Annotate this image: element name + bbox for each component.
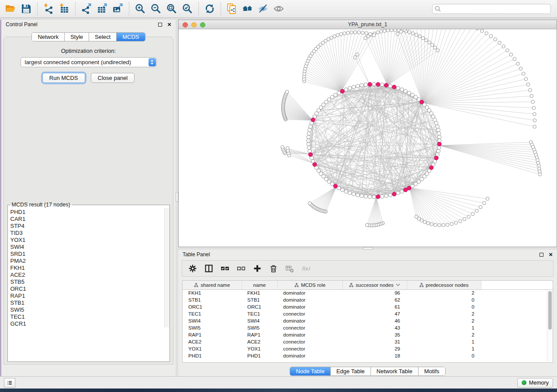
clone-network-button[interactable] xyxy=(224,2,240,16)
run-mcds-button[interactable]: Run MCDS xyxy=(42,73,85,83)
toolbar-separator xyxy=(198,2,199,15)
zoom-selected-button[interactable] xyxy=(180,2,195,16)
import-network-button[interactable] xyxy=(41,2,56,16)
table-row[interactable]: TEC1TEC1connector472 xyxy=(183,310,553,317)
network-view-window: YPA_prune.txt_1 xyxy=(178,20,557,247)
first-neighbors-icon xyxy=(242,3,253,14)
tab-network[interactable]: Network xyxy=(32,33,65,41)
mcds-result-item[interactable]: GCR1 xyxy=(10,320,170,327)
column-header[interactable]: name xyxy=(242,281,277,289)
table-cell: 62 xyxy=(343,296,407,303)
task-history-button[interactable] xyxy=(4,378,15,388)
mcds-result-item[interactable]: PMA2 xyxy=(10,258,170,265)
mcds-result-item[interactable]: PHD1 xyxy=(10,209,170,216)
mcds-result-item[interactable]: ACE2 xyxy=(10,272,170,279)
close-icon[interactable]: × xyxy=(549,252,553,257)
network-window-titlebar: YPA_prune.txt_1 xyxy=(179,20,557,29)
float-icon[interactable] xyxy=(540,253,543,257)
zoom-window-button[interactable] xyxy=(200,22,205,28)
tab-mcds[interactable]: MCDS xyxy=(117,33,145,41)
column-header[interactable]: successor nodes xyxy=(343,281,407,289)
table-cell: FKH1 xyxy=(183,289,242,296)
column-header[interactable]: MCDS role xyxy=(277,281,343,289)
optimization-criterion-select[interactable]: largest connected component (undirected) xyxy=(21,57,157,67)
mcds-result-item[interactable]: TID3 xyxy=(10,230,170,237)
tab-edge-table[interactable]: Edge Table xyxy=(331,367,371,375)
table-row[interactable]: FKH1FKH1dominator962 xyxy=(183,289,553,296)
table-cell: dominator xyxy=(277,352,343,359)
table-cell: ORC1 xyxy=(242,303,277,310)
table-row[interactable]: PHD1PHD1dominator180 xyxy=(183,352,553,359)
tab-node-table[interactable]: Node Table xyxy=(290,367,331,375)
mcds-result-item[interactable]: STP4 xyxy=(10,223,170,230)
table-cell: dominator xyxy=(277,289,343,296)
export-network-button[interactable] xyxy=(79,2,94,16)
import-table-button[interactable] xyxy=(56,2,72,16)
cytoscape-window: Control Panel × NetworkStyleSelectMCDS O… xyxy=(0,0,557,392)
export-image-button[interactable] xyxy=(110,2,126,16)
deselect-all-checkboxes-button[interactable] xyxy=(237,264,246,273)
table-row[interactable]: SWI5SWI5connector431 xyxy=(183,324,553,331)
zoom-in-button[interactable] xyxy=(132,2,148,16)
export-table-button[interactable] xyxy=(94,2,110,16)
table-row[interactable]: ORC1ORC1dominator610 xyxy=(183,303,553,310)
delete-columns-button[interactable] xyxy=(269,264,278,273)
table-row[interactable]: STB1STB1dominator620 xyxy=(183,296,553,303)
desktop-background xyxy=(0,389,557,392)
tab-select[interactable]: Select xyxy=(89,33,117,41)
mcds-result-item[interactable]: STB1 xyxy=(10,299,170,306)
mcds-result-item[interactable]: SWI4 xyxy=(10,244,170,251)
zoom-fit-button[interactable] xyxy=(164,2,180,16)
result-scrollbar[interactable] xyxy=(164,208,170,327)
table-settings-gear-button[interactable] xyxy=(188,264,197,273)
table-scrollbar[interactable] xyxy=(547,290,553,362)
mcds-result-item[interactable]: SWI5 xyxy=(10,306,170,313)
network-canvas[interactable] xyxy=(179,29,557,247)
close-panel-button[interactable]: Close panel xyxy=(91,73,135,83)
close-window-button[interactable] xyxy=(183,22,188,28)
column-header[interactable]: shared name xyxy=(183,281,242,289)
mcds-result-item[interactable]: STB5 xyxy=(10,279,170,285)
mcds-result-item[interactable]: RAP1 xyxy=(10,292,170,299)
add-column-button[interactable] xyxy=(253,264,262,273)
save-session-button[interactable] xyxy=(18,2,34,16)
open-file-button[interactable] xyxy=(3,2,18,16)
tab-motifs[interactable]: Motifs xyxy=(419,367,445,375)
table-row[interactable]: YOX1YOX1connector291 xyxy=(183,345,553,352)
tab-network-table[interactable]: Network Table xyxy=(371,367,419,375)
table-cell: 2 xyxy=(407,317,481,324)
table-cell: dominator xyxy=(277,331,343,338)
table-cell xyxy=(481,338,553,345)
mcds-result-item[interactable]: ORC1 xyxy=(10,285,170,292)
table-cell: 35 xyxy=(343,331,407,338)
first-neighbors-button[interactable] xyxy=(240,2,256,16)
close-icon[interactable]: × xyxy=(167,22,171,27)
table-row[interactable]: RAP1RAP1dominator352 xyxy=(183,331,553,338)
zoom-out-icon xyxy=(150,3,162,14)
memory-button[interactable]: Memory xyxy=(517,378,553,388)
panel-splitter[interactable] xyxy=(176,20,178,376)
table-splitter[interactable] xyxy=(178,247,557,250)
mcds-result-item[interactable]: CAR1 xyxy=(10,216,170,223)
mcds-result-item[interactable]: TEC1 xyxy=(10,313,170,320)
refresh-view-button[interactable] xyxy=(202,2,218,16)
table-cell: dominator xyxy=(277,296,343,303)
table-cell: 2 xyxy=(407,331,481,338)
tab-style[interactable]: Style xyxy=(65,33,89,41)
column-header[interactable]: predecessor nodes xyxy=(407,281,481,289)
search-input[interactable] xyxy=(432,4,551,14)
show-columns-button[interactable] xyxy=(204,264,213,273)
float-icon[interactable] xyxy=(158,23,162,27)
mcds-result-item[interactable]: YOX1 xyxy=(10,237,170,244)
table-cell: 29 xyxy=(343,345,407,352)
select-all-checkboxes-button[interactable] xyxy=(221,264,229,273)
zoom-out-button[interactable] xyxy=(148,2,164,16)
minimize-window-button[interactable] xyxy=(191,22,197,28)
table-row[interactable]: SWI4SWI4dominator462 xyxy=(183,317,553,324)
node-table: shared namenameMCDS rolesuccessor nodesp… xyxy=(182,280,553,363)
mcds-result-item[interactable]: FKH1 xyxy=(10,265,170,272)
mcds-result-item[interactable]: SRD1 xyxy=(10,251,170,258)
table-row[interactable]: ACE2ACE2connector311 xyxy=(183,338,553,345)
hide-selected-button[interactable] xyxy=(256,2,271,16)
show-hidden-button[interactable] xyxy=(271,2,287,16)
